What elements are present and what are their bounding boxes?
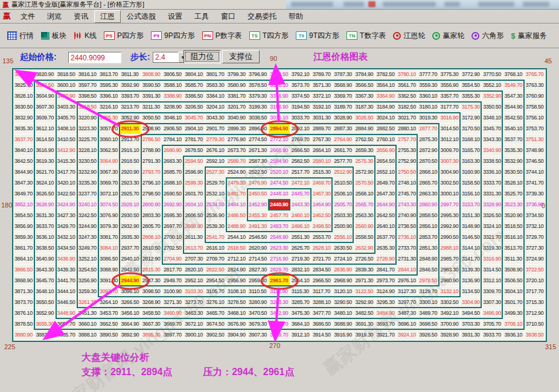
toolbar-item-gann-wheel[interactable]: 江恩轮 [389,29,429,43]
grid-cell[interactable]: 3592.90 [120,80,141,91]
grid-cell[interactable]: 3105.70 [205,286,226,297]
grid-cell[interactable]: 3199.30 [248,102,269,113]
grid-cell[interactable]: 3844.90 [13,167,34,178]
grid-cell[interactable]: 3213.70 [120,102,141,113]
grid-cell[interactable]: 3055.30 [98,113,120,124]
grid-cell[interactable]: 2983.30 [439,265,461,276]
grid-cell[interactable]: 3393.70 [120,91,141,102]
grid-cell[interactable]: 2560.90 [354,221,375,232]
toolbar-item-p-square[interactable]: PSP四方形 [100,29,147,43]
grid-cell[interactable]: 3295.30 [375,297,397,308]
grid-cell[interactable]: 3878.50 [13,319,34,330]
grid-cell[interactable]: 2716.90 [269,254,290,265]
grid-cell[interactable]: 2786.50 [141,134,162,145]
grid-cell[interactable]: 3206.50 [184,102,205,113]
grid-cell[interactable]: 3074.50 [98,200,120,210]
grid-cell[interactable]: 2522.50 [248,167,269,178]
grid-cell[interactable]: 3513.70 [503,243,524,254]
grid-cell[interactable]: 3036.10 [269,113,290,124]
grid-cell[interactable]: 3655.30 [34,319,56,330]
grid-cell[interactable]: 2673.70 [226,145,248,156]
grid-cell[interactable]: 3448.90 [56,308,77,319]
grid-cell[interactable]: 2688.10 [162,178,184,189]
grid-cell[interactable]: 3460.90 [162,308,184,319]
grid-cell[interactable]: 3626.50 [34,189,56,200]
grid-cell[interactable]: 3700.90 [439,319,461,330]
grid-cell[interactable]: 3012.10 [439,134,461,145]
grid-cell[interactable]: 3640.90 [34,254,56,265]
grid-cell[interactable]: 3727.30 [525,243,546,254]
grid-cell[interactable]: 3926.50 [418,330,439,341]
grid-cell[interactable]: 3604.90 [34,91,56,102]
grid-cell[interactable]: 3708.10 [503,319,524,330]
grid-cell[interactable]: 2817.70 [162,265,184,276]
grid-cell[interactable]: 3391.30 [141,91,162,102]
grid-cell-center[interactable]: 2440.90 [269,200,290,210]
grid-cell[interactable]: 3352.90 [482,91,503,102]
grid-cell[interactable]: 2976.10 [397,276,418,286]
grid-cell[interactable]: 2656.90 [375,145,397,156]
grid-cell[interactable]: 2539.30 [205,221,226,232]
grid-cell[interactable]: 3775.30 [439,69,461,80]
grid-cell[interactable]: 2743.30 [397,200,418,210]
grid-cell[interactable]: 3734.50 [525,210,546,221]
grid-cell[interactable]: 2860.90 [418,200,439,210]
grid-cell[interactable]: 3938.50 [525,330,546,341]
grid-cell[interactable]: 2445.70 [290,189,311,200]
grid-cell[interactable]: 2863.30 [418,189,439,200]
grid-cell[interactable]: 3523.30 [503,200,524,210]
grid-cell[interactable]: 3547.30 [503,91,524,102]
grid-cell[interactable]: 2493.70 [269,221,290,232]
grid-cell[interactable]: 3583.30 [205,80,226,91]
grid-cell[interactable]: 3578.50 [248,80,269,91]
grid-cell[interactable]: 3211.30 [141,102,162,113]
grid-cell[interactable]: 3338.50 [482,156,503,167]
grid-cell[interactable]: 2824.90 [226,265,248,276]
grid-cell[interactable]: 3818.50 [56,69,77,80]
grid-cell[interactable]: 3597.70 [77,80,98,91]
menu-item-window[interactable]: 窗口 [215,10,241,23]
grid-cell[interactable]: 3177.70 [439,102,461,113]
toolbar-item-winner-service[interactable]: $赢家服务 [507,29,550,43]
grid-cell[interactable]: 2469.70 [311,178,333,189]
grid-cell[interactable]: 3540.10 [503,124,524,134]
grid-cell[interactable]: 3784.90 [354,69,375,80]
grid-cell[interactable]: 3132.10 [439,286,461,297]
grid-cell[interactable]: 3187.30 [354,102,375,113]
grid-cell[interactable]: 3847.30 [13,178,34,189]
grid-cell[interactable]: 2772.10 [269,134,290,145]
grid-cell[interactable]: 2709.70 [205,254,226,265]
grid-cell[interactable]: 3672.10 [184,319,205,330]
grid-cell[interactable]: 3475.30 [290,308,311,319]
menu-item-news[interactable]: 资讯 [68,10,94,23]
grid-cell[interactable]: 3729.70 [525,232,546,243]
grid-cell[interactable]: 3033.70 [290,113,311,124]
grid-cell[interactable]: 2956.90 [226,276,248,286]
grid-cell[interactable]: 3081.70 [98,232,120,243]
grid-cell[interactable]: 3816.10 [77,69,98,80]
grid-cell[interactable]: 3511.30 [503,254,524,265]
grid-cell[interactable]: 2858.50 [418,210,439,221]
grid-cell[interactable]: 3664.90 [120,319,141,330]
grid-cell[interactable]: 2654.50 [375,156,397,167]
grid-cell[interactable]: 3168.10 [461,134,482,145]
grid-cell[interactable]: 3148.90 [461,221,482,232]
grid-cell[interactable]: 3364.90 [375,91,397,102]
grid-cell[interactable]: 2599.30 [184,178,205,189]
grid-cell[interactable]: 3477.70 [311,308,333,319]
grid-cell[interactable]: 2916.10 [120,145,141,156]
grid-cell[interactable]: 2568.10 [354,189,375,200]
grid-cell[interactable]: 3710.50 [525,319,546,330]
grid-cell[interactable]: 3504.10 [503,286,524,297]
grid-cell[interactable]: 3746.50 [525,156,546,167]
grid-cell[interactable]: 3676.90 [226,319,248,330]
grid-cell[interactable]: 3069.70 [98,178,120,189]
grid-cell[interactable]: 3052.90 [120,113,141,124]
grid-cell[interactable]: 3768.10 [503,69,524,80]
grid-cell[interactable]: 2829.70 [269,265,290,276]
grid-cell[interactable]: 2930.50 [120,210,141,221]
grid-cell[interactable]: 2726.50 [354,254,375,265]
grid-cell[interactable]: 3360.10 [418,91,439,102]
grid-cell[interactable]: 2920.90 [120,167,141,178]
grid-cell[interactable]: 3873.70 [13,297,34,308]
